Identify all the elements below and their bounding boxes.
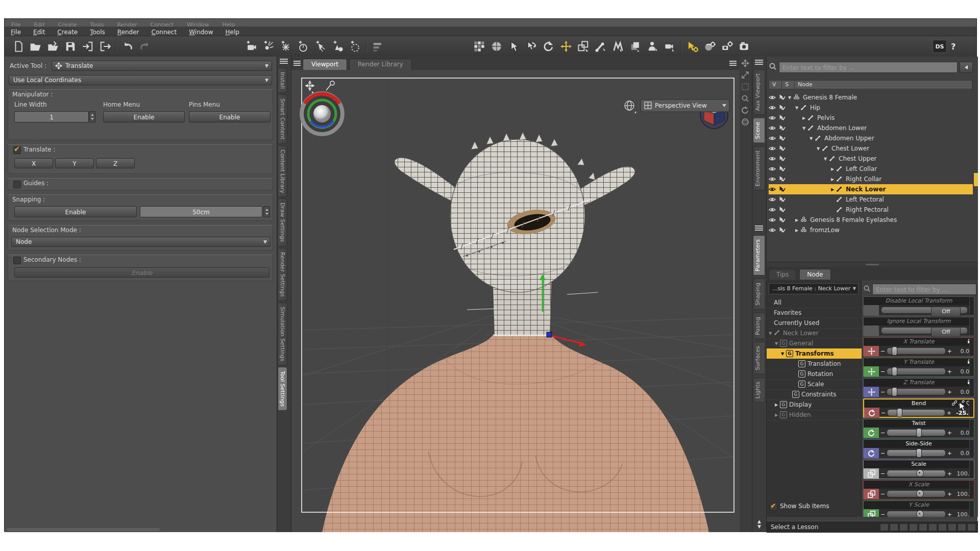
param-slider[interactable] <box>887 470 946 477</box>
line-width-stepper[interactable] <box>89 111 95 122</box>
decrement-button[interactable]: − <box>879 348 887 355</box>
pane-menu-icon[interactable] <box>755 224 763 232</box>
snapping-enable-button[interactable]: Enable <box>14 206 137 217</box>
scene-filter-input[interactable]: Enter text to filter by ... <box>779 62 958 73</box>
scene-row-chest-upper[interactable]: ▼Chest Upper <box>769 154 973 164</box>
expand-arrow-icon[interactable]: ▼ <box>824 157 829 161</box>
param-stepper[interactable] <box>969 317 974 335</box>
decrement-button[interactable]: − <box>879 410 887 416</box>
snapping-value-field[interactable]: 50cm <box>140 206 262 217</box>
expand-arrow-icon[interactable]: ▼ <box>802 126 807 131</box>
create-null-icon[interactable] <box>347 39 364 54</box>
param-group-rotation[interactable]: GRotation <box>767 369 862 380</box>
pane-menu-icon[interactable] <box>729 60 737 67</box>
param-stepper[interactable] <box>969 358 974 375</box>
snap-grid-icon[interactable] <box>471 39 488 54</box>
expand-arrow-icon[interactable]: ▶ <box>775 413 780 417</box>
menu-edit[interactable]: Edit <box>27 28 51 37</box>
param-card-scale[interactable]: Scale−+100.0 <box>863 460 974 479</box>
camera-select-icon[interactable] <box>662 39 679 54</box>
lesson-buttons[interactable] <box>880 523 978 531</box>
orbit-icon[interactable] <box>488 39 505 54</box>
visibility-eye-icon[interactable] <box>769 176 777 183</box>
viewport-3d-canvas[interactable]: Perspective View <box>291 70 740 532</box>
increment-button[interactable]: + <box>946 348 953 355</box>
translate-checkbox[interactable] <box>13 146 21 154</box>
menu-create[interactable]: Create <box>51 28 84 37</box>
open-file-icon[interactable] <box>27 39 44 54</box>
decrement-button[interactable]: − <box>879 430 887 436</box>
expand-arrow-icon[interactable]: ▶ <box>831 187 836 192</box>
param-card-y-scale[interactable]: Y Scale−+100.0 <box>863 500 974 517</box>
param-card-ignore-local-transform[interactable]: Ignore Local TransformOff <box>863 317 974 336</box>
param-group-scale[interactable]: GScale <box>767 379 862 390</box>
scale-tool-icon[interactable] <box>575 39 592 54</box>
selectable-icon[interactable] <box>778 206 787 213</box>
param-card-z-translate[interactable]: Z Translate−+0.00 <box>863 378 974 397</box>
decrement-button[interactable]: − <box>879 511 887 517</box>
param-group-favorites[interactable]: Favorites <box>767 308 862 318</box>
param-slider[interactable] <box>887 347 946 355</box>
param-group-general[interactable]: ▼GGeneral <box>767 338 862 349</box>
param-group-neck-lower[interactable]: ▼Neck Lower <box>767 328 862 339</box>
visibility-eye-icon[interactable] <box>769 145 777 152</box>
tab-render-settings[interactable]: Render Settings <box>278 248 287 301</box>
toggle-off-button[interactable]: Off <box>931 327 961 337</box>
viewport-move-icon[interactable] <box>741 59 750 68</box>
expand-arrow-icon[interactable]: ▶ <box>795 228 800 233</box>
create-point-light-icon[interactable] <box>277 39 295 54</box>
selectable-icon[interactable] <box>778 145 787 152</box>
param-slider[interactable] <box>887 490 946 497</box>
expand-arrow-icon[interactable]: ▼ <box>795 106 800 110</box>
param-group-all[interactable]: All <box>767 297 862 308</box>
scene-row-hip[interactable]: ▼Hip <box>769 103 973 113</box>
save-file-icon[interactable] <box>62 39 79 54</box>
visibility-eye-icon[interactable] <box>769 94 777 101</box>
selectable-icon[interactable] <box>778 124 787 132</box>
scene-row-left-pectoral[interactable]: Left Pectoral <box>769 194 973 205</box>
parameters-filter-input[interactable]: Enter text to filter by ... <box>872 284 976 295</box>
visibility-eye-icon[interactable] <box>769 216 777 223</box>
scene-row-genesis-8-female[interactable]: ▼Genesis 8 Female <box>769 92 973 103</box>
column-header-node[interactable]: Node <box>795 81 972 89</box>
decrement-button[interactable]: − <box>879 450 887 457</box>
param-stepper[interactable] <box>969 419 974 437</box>
expand-arrow-icon[interactable]: ▶ <box>831 177 836 182</box>
bone-select-icon[interactable] <box>592 39 609 54</box>
param-group-constraints[interactable]: GConstraints <box>767 389 862 400</box>
visibility-eye-icon[interactable] <box>769 196 777 203</box>
decrement-button[interactable]: − <box>879 470 887 477</box>
param-card-x-scale[interactable]: X Scale−+100.0 <box>863 480 974 499</box>
figure-select-icon[interactable] <box>644 39 662 54</box>
selectable-icon[interactable] <box>778 104 787 111</box>
expand-arrow-icon[interactable]: ▶ <box>831 167 836 171</box>
expand-arrow-icon[interactable]: ▶ <box>775 403 780 407</box>
menu-tools[interactable]: Tools <box>84 28 111 37</box>
viewport-expand-icon[interactable] <box>741 71 750 80</box>
node-select-icon[interactable] <box>505 39 523 54</box>
pane-menu-icon[interactable] <box>293 60 301 67</box>
selectable-icon[interactable] <box>778 186 787 193</box>
expand-arrow-icon[interactable]: ▼ <box>817 146 822 151</box>
render-settings-icon[interactable] <box>719 39 736 54</box>
param-stepper[interactable] <box>969 338 974 355</box>
node-selection-combobox[interactable]: Node ▼ <box>11 237 271 247</box>
increment-button[interactable]: + <box>946 511 953 517</box>
param-card-bend[interactable]: Bend−+-25.5 <box>863 398 974 418</box>
tab-surfaces[interactable]: Surfaces <box>753 342 765 374</box>
rotate-select-icon[interactable] <box>523 39 540 54</box>
translate-tool-icon[interactable] <box>557 39 575 54</box>
tab-node[interactable]: Node <box>799 269 830 280</box>
increment-button[interactable]: + <box>945 410 953 416</box>
scene-row-right-collar[interactable]: ▶Right Collar <box>769 174 973 184</box>
tab-scene[interactable]: Scene <box>753 118 765 143</box>
visibility-eye-icon[interactable] <box>769 114 777 121</box>
scene-row-fromzlow[interactable]: ▶fromzLow <box>769 225 973 235</box>
selectable-icon[interactable] <box>778 165 787 172</box>
scene-row-left-collar[interactable]: ▶Left Collar <box>769 164 973 174</box>
viewport-zoom-icon[interactable] <box>741 94 750 104</box>
param-stepper[interactable] <box>969 297 974 314</box>
tab-draw-settings[interactable]: Draw Settings <box>278 198 287 246</box>
pins-menu-enable-button[interactable]: Enable <box>189 111 271 122</box>
line-width-field[interactable]: 1 <box>14 111 89 122</box>
